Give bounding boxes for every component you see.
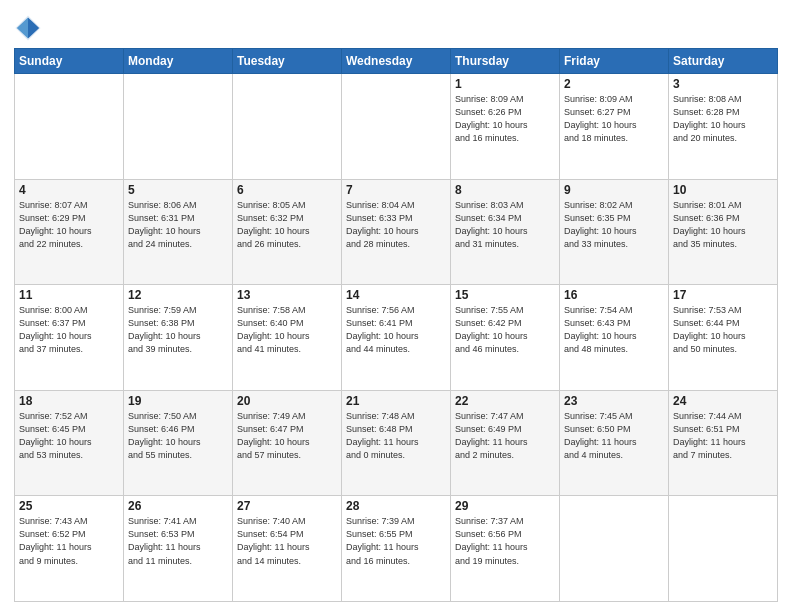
day-number: 13: [237, 288, 337, 302]
day-number: 3: [673, 77, 773, 91]
calendar-cell: 9Sunrise: 8:02 AMSunset: 6:35 PMDaylight…: [560, 179, 669, 285]
day-number: 18: [19, 394, 119, 408]
day-info: Sunrise: 7:56 AMSunset: 6:41 PMDaylight:…: [346, 304, 446, 356]
svg-marker-1: [28, 18, 39, 39]
calendar-week-row: 4Sunrise: 8:07 AMSunset: 6:29 PMDaylight…: [15, 179, 778, 285]
day-info: Sunrise: 7:41 AMSunset: 6:53 PMDaylight:…: [128, 515, 228, 567]
day-info: Sunrise: 8:05 AMSunset: 6:32 PMDaylight:…: [237, 199, 337, 251]
calendar-cell: 28Sunrise: 7:39 AMSunset: 6:55 PMDayligh…: [342, 496, 451, 602]
calendar-cell: 29Sunrise: 7:37 AMSunset: 6:56 PMDayligh…: [451, 496, 560, 602]
calendar-cell: 27Sunrise: 7:40 AMSunset: 6:54 PMDayligh…: [233, 496, 342, 602]
calendar-cell: 22Sunrise: 7:47 AMSunset: 6:49 PMDayligh…: [451, 390, 560, 496]
calendar-cell: 13Sunrise: 7:58 AMSunset: 6:40 PMDayligh…: [233, 285, 342, 391]
calendar-cell: 5Sunrise: 8:06 AMSunset: 6:31 PMDaylight…: [124, 179, 233, 285]
day-info: Sunrise: 7:52 AMSunset: 6:45 PMDaylight:…: [19, 410, 119, 462]
day-number: 28: [346, 499, 446, 513]
day-info: Sunrise: 8:04 AMSunset: 6:33 PMDaylight:…: [346, 199, 446, 251]
header: [14, 10, 778, 42]
calendar-cell: 11Sunrise: 8:00 AMSunset: 6:37 PMDayligh…: [15, 285, 124, 391]
calendar-cell: 14Sunrise: 7:56 AMSunset: 6:41 PMDayligh…: [342, 285, 451, 391]
weekday-header-row: SundayMondayTuesdayWednesdayThursdayFrid…: [15, 49, 778, 74]
calendar-cell: 10Sunrise: 8:01 AMSunset: 6:36 PMDayligh…: [669, 179, 778, 285]
day-number: 7: [346, 183, 446, 197]
day-info: Sunrise: 7:44 AMSunset: 6:51 PMDaylight:…: [673, 410, 773, 462]
day-info: Sunrise: 7:43 AMSunset: 6:52 PMDaylight:…: [19, 515, 119, 567]
calendar-cell: 24Sunrise: 7:44 AMSunset: 6:51 PMDayligh…: [669, 390, 778, 496]
calendar-cell: 18Sunrise: 7:52 AMSunset: 6:45 PMDayligh…: [15, 390, 124, 496]
day-info: Sunrise: 7:45 AMSunset: 6:50 PMDaylight:…: [564, 410, 664, 462]
day-info: Sunrise: 7:39 AMSunset: 6:55 PMDaylight:…: [346, 515, 446, 567]
day-info: Sunrise: 7:53 AMSunset: 6:44 PMDaylight:…: [673, 304, 773, 356]
day-number: 2: [564, 77, 664, 91]
calendar-cell: 8Sunrise: 8:03 AMSunset: 6:34 PMDaylight…: [451, 179, 560, 285]
calendar-cell: 6Sunrise: 8:05 AMSunset: 6:32 PMDaylight…: [233, 179, 342, 285]
day-number: 25: [19, 499, 119, 513]
logo-icon: [14, 14, 42, 42]
weekday-header-friday: Friday: [560, 49, 669, 74]
day-info: Sunrise: 7:48 AMSunset: 6:48 PMDaylight:…: [346, 410, 446, 462]
calendar-cell: [233, 74, 342, 180]
calendar-cell: 12Sunrise: 7:59 AMSunset: 6:38 PMDayligh…: [124, 285, 233, 391]
calendar-cell: 26Sunrise: 7:41 AMSunset: 6:53 PMDayligh…: [124, 496, 233, 602]
day-number: 8: [455, 183, 555, 197]
svg-marker-2: [17, 18, 28, 39]
day-number: 15: [455, 288, 555, 302]
day-number: 16: [564, 288, 664, 302]
calendar-cell: 25Sunrise: 7:43 AMSunset: 6:52 PMDayligh…: [15, 496, 124, 602]
day-number: 12: [128, 288, 228, 302]
weekday-header-monday: Monday: [124, 49, 233, 74]
day-info: Sunrise: 7:49 AMSunset: 6:47 PMDaylight:…: [237, 410, 337, 462]
day-info: Sunrise: 8:09 AMSunset: 6:27 PMDaylight:…: [564, 93, 664, 145]
calendar-cell: [124, 74, 233, 180]
weekday-header-wednesday: Wednesday: [342, 49, 451, 74]
day-number: 14: [346, 288, 446, 302]
day-info: Sunrise: 7:55 AMSunset: 6:42 PMDaylight:…: [455, 304, 555, 356]
calendar-cell: 21Sunrise: 7:48 AMSunset: 6:48 PMDayligh…: [342, 390, 451, 496]
day-number: 17: [673, 288, 773, 302]
day-number: 21: [346, 394, 446, 408]
day-number: 10: [673, 183, 773, 197]
day-number: 5: [128, 183, 228, 197]
day-info: Sunrise: 7:47 AMSunset: 6:49 PMDaylight:…: [455, 410, 555, 462]
day-number: 19: [128, 394, 228, 408]
day-info: Sunrise: 8:03 AMSunset: 6:34 PMDaylight:…: [455, 199, 555, 251]
day-info: Sunrise: 8:02 AMSunset: 6:35 PMDaylight:…: [564, 199, 664, 251]
day-info: Sunrise: 8:09 AMSunset: 6:26 PMDaylight:…: [455, 93, 555, 145]
calendar-week-row: 11Sunrise: 8:00 AMSunset: 6:37 PMDayligh…: [15, 285, 778, 391]
day-info: Sunrise: 7:40 AMSunset: 6:54 PMDaylight:…: [237, 515, 337, 567]
weekday-header-saturday: Saturday: [669, 49, 778, 74]
day-number: 27: [237, 499, 337, 513]
day-number: 22: [455, 394, 555, 408]
calendar-cell: [669, 496, 778, 602]
day-info: Sunrise: 8:00 AMSunset: 6:37 PMDaylight:…: [19, 304, 119, 356]
day-number: 26: [128, 499, 228, 513]
day-number: 1: [455, 77, 555, 91]
calendar-cell: 17Sunrise: 7:53 AMSunset: 6:44 PMDayligh…: [669, 285, 778, 391]
calendar-cell: [560, 496, 669, 602]
day-number: 20: [237, 394, 337, 408]
calendar-cell: 7Sunrise: 8:04 AMSunset: 6:33 PMDaylight…: [342, 179, 451, 285]
day-info: Sunrise: 8:01 AMSunset: 6:36 PMDaylight:…: [673, 199, 773, 251]
calendar-cell: [15, 74, 124, 180]
weekday-header-sunday: Sunday: [15, 49, 124, 74]
calendar-cell: 19Sunrise: 7:50 AMSunset: 6:46 PMDayligh…: [124, 390, 233, 496]
day-number: 24: [673, 394, 773, 408]
logo: [14, 14, 46, 42]
day-number: 4: [19, 183, 119, 197]
day-number: 6: [237, 183, 337, 197]
calendar-cell: 1Sunrise: 8:09 AMSunset: 6:26 PMDaylight…: [451, 74, 560, 180]
weekday-header-tuesday: Tuesday: [233, 49, 342, 74]
day-number: 23: [564, 394, 664, 408]
weekday-header-thursday: Thursday: [451, 49, 560, 74]
calendar-week-row: 25Sunrise: 7:43 AMSunset: 6:52 PMDayligh…: [15, 496, 778, 602]
day-info: Sunrise: 8:07 AMSunset: 6:29 PMDaylight:…: [19, 199, 119, 251]
calendar-week-row: 18Sunrise: 7:52 AMSunset: 6:45 PMDayligh…: [15, 390, 778, 496]
calendar-cell: 4Sunrise: 8:07 AMSunset: 6:29 PMDaylight…: [15, 179, 124, 285]
calendar-cell: [342, 74, 451, 180]
day-info: Sunrise: 7:37 AMSunset: 6:56 PMDaylight:…: [455, 515, 555, 567]
day-info: Sunrise: 7:58 AMSunset: 6:40 PMDaylight:…: [237, 304, 337, 356]
day-info: Sunrise: 7:54 AMSunset: 6:43 PMDaylight:…: [564, 304, 664, 356]
day-number: 9: [564, 183, 664, 197]
day-number: 11: [19, 288, 119, 302]
day-info: Sunrise: 7:50 AMSunset: 6:46 PMDaylight:…: [128, 410, 228, 462]
